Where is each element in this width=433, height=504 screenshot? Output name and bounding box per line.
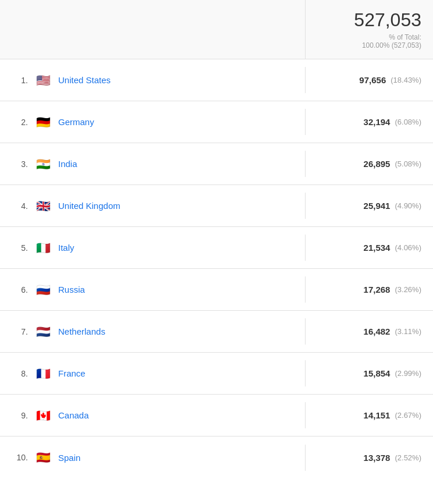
country-flag: 🇩🇪 <box>35 116 51 128</box>
row-left: 2. 🇩🇪 Germany <box>0 108 305 136</box>
table-row: 9. 🇨🇦 Canada 14,151 (2.67%) <box>0 395 433 436</box>
rank-label: 8. <box>12 369 28 378</box>
row-left: 3. 🇮🇳 India <box>0 150 305 178</box>
analytics-table: 527,053 % of Total: 100.00% (527,053) 1.… <box>0 0 433 478</box>
row-right: 32,194 (6.08%) <box>305 109 433 135</box>
country-link[interactable]: Italy <box>58 243 74 253</box>
row-left: 8. 🇫🇷 France <box>0 360 305 388</box>
metric-value: 32,194 <box>364 117 391 127</box>
rank-label: 10. <box>12 453 28 462</box>
country-flag: 🇳🇱 <box>35 326 51 338</box>
country-link[interactable]: Canada <box>58 410 89 420</box>
row-left: 4. 🇬🇧 United Kingdom <box>0 192 305 220</box>
row-right: 13,378 (2.52%) <box>305 445 433 471</box>
metric-percentage: (2.67%) <box>395 411 421 420</box>
table-row: 5. 🇮🇹 Italy 21,534 (4.06%) <box>0 227 433 269</box>
rank-label: 5. <box>12 243 28 253</box>
metric-value: 97,656 <box>359 75 386 85</box>
rank-label: 1. <box>12 76 28 85</box>
metric-percentage: (4.90%) <box>395 201 421 210</box>
country-flag: 🇪🇸 <box>35 452 51 463</box>
row-left: 6. 🇷🇺 Russia <box>0 276 305 304</box>
subtitle-line1: % of Total: <box>389 33 421 41</box>
metric-value: 16,482 <box>364 326 391 336</box>
row-left: 7. 🇳🇱 Netherlands <box>0 318 305 346</box>
table-row: 10. 🇪🇸 Spain 13,378 (2.52%) <box>0 436 433 478</box>
row-right: 17,268 (3.26%) <box>305 276 433 303</box>
rank-label: 2. <box>12 118 28 127</box>
rows-container: 1. 🇺🇸 United States 97,656 (18.43%) 2. 🇩… <box>0 59 433 478</box>
country-link[interactable]: Spain <box>58 453 80 463</box>
table-row: 7. 🇳🇱 Netherlands 16,482 (3.11%) <box>0 311 433 353</box>
metric-percentage: (4.06%) <box>395 243 421 252</box>
metric-value: 26,895 <box>364 159 391 169</box>
metric-percentage: (3.11%) <box>395 327 421 336</box>
header-right: 527,053 % of Total: 100.00% (527,053) <box>305 0 433 59</box>
rank-label: 4. <box>12 201 28 211</box>
row-right: 25,941 (4.90%) <box>305 193 433 219</box>
row-left: 1. 🇺🇸 United States <box>0 66 305 94</box>
country-link[interactable]: Russia <box>58 285 85 294</box>
table-header: 527,053 % of Total: 100.00% (527,053) <box>0 0 433 59</box>
rank-label: 6. <box>12 285 28 294</box>
country-flag: 🇷🇺 <box>35 284 51 296</box>
row-left: 9. 🇨🇦 Canada <box>0 402 305 430</box>
row-right: 21,534 (4.06%) <box>305 235 433 261</box>
country-link[interactable]: United States <box>58 75 111 85</box>
metric-value: 13,378 <box>364 453 391 463</box>
row-right: 97,656 (18.43%) <box>305 67 433 93</box>
row-right: 14,151 (2.67%) <box>305 402 433 428</box>
country-flag: 🇮🇳 <box>35 158 51 170</box>
country-flag: 🇬🇧 <box>35 200 51 212</box>
metric-percentage: (2.99%) <box>395 369 421 378</box>
metric-value: 17,268 <box>364 285 391 294</box>
metric-value: 21,534 <box>364 243 391 253</box>
row-right: 16,482 (3.11%) <box>305 318 433 345</box>
country-link[interactable]: Germany <box>58 117 94 127</box>
metric-percentage: (5.08%) <box>395 159 421 168</box>
table-row: 2. 🇩🇪 Germany 32,194 (6.08%) <box>0 101 433 143</box>
metric-value: 14,151 <box>364 410 391 420</box>
row-right: 15,854 (2.99%) <box>305 360 433 386</box>
rank-label: 9. <box>12 411 28 420</box>
country-link[interactable]: United Kingdom <box>58 201 120 211</box>
country-flag: 🇮🇹 <box>35 242 51 254</box>
row-right: 26,895 (5.08%) <box>305 151 433 177</box>
country-link[interactable]: India <box>58 159 77 169</box>
table-row: 6. 🇷🇺 Russia 17,268 (3.26%) <box>0 269 433 311</box>
metric-value: 15,854 <box>364 368 391 378</box>
country-flag: 🇺🇸 <box>35 74 51 86</box>
table-row: 3. 🇮🇳 India 26,895 (5.08%) <box>0 143 433 185</box>
metric-percentage: (18.43%) <box>391 76 421 84</box>
header-left-empty <box>0 0 305 59</box>
total-number: 527,053 <box>317 9 421 31</box>
rank-label: 7. <box>12 327 28 336</box>
table-row: 1. 🇺🇸 United States 97,656 (18.43%) <box>0 59 433 101</box>
country-link[interactable]: France <box>58 368 86 378</box>
subtitle-line2: 100.00% (527,053) <box>362 41 421 49</box>
table-row: 8. 🇫🇷 France 15,854 (2.99%) <box>0 353 433 395</box>
total-subtitle: % of Total: 100.00% (527,053) <box>317 33 421 49</box>
metric-percentage: (2.52%) <box>395 453 421 462</box>
table-row: 4. 🇬🇧 United Kingdom 25,941 (4.90%) <box>0 185 433 227</box>
row-left: 5. 🇮🇹 Italy <box>0 234 305 262</box>
rank-label: 3. <box>12 159 28 169</box>
metric-percentage: (3.26%) <box>395 285 421 294</box>
country-link[interactable]: Netherlands <box>58 326 105 336</box>
country-flag: 🇨🇦 <box>35 410 51 421</box>
metric-percentage: (6.08%) <box>395 118 421 126</box>
country-flag: 🇫🇷 <box>35 368 51 379</box>
row-left: 10. 🇪🇸 Spain <box>0 443 305 471</box>
metric-value: 25,941 <box>364 201 391 211</box>
